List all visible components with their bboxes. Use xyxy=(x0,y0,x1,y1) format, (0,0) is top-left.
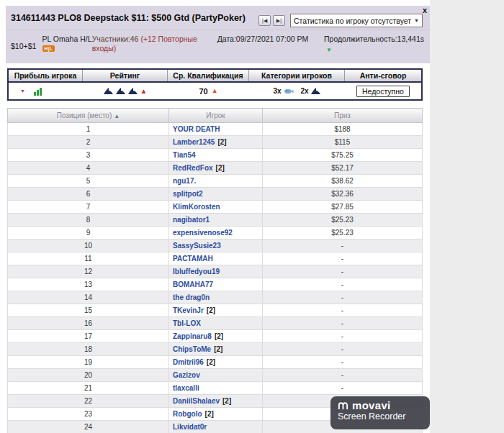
prize-cell: $25.23 xyxy=(263,227,423,240)
player-link[interactable]: KlimKorosten xyxy=(173,203,220,211)
position-cell: 23 xyxy=(8,408,169,421)
player-cell: RedRedFox[2] xyxy=(169,162,263,175)
reentries-count: [2] xyxy=(207,306,215,314)
position-cell: 1 xyxy=(8,123,169,136)
table-row: 15TKevinJr[2]- xyxy=(8,304,423,317)
sort-ascending-icon: ▲ xyxy=(114,113,120,119)
reentries-count: [2] xyxy=(217,138,226,146)
player-link[interactable]: Dmitrii96 xyxy=(173,358,204,366)
anticollusion-cell: Недоступно xyxy=(345,83,421,99)
close-icon[interactable]: x xyxy=(423,6,427,14)
player-link[interactable]: Lamber1245 xyxy=(173,138,215,146)
player-link[interactable]: Likvidat0r xyxy=(173,423,207,431)
position-cell: 14 xyxy=(8,291,169,304)
page-right-gutter xyxy=(430,0,504,433)
buyin-label: $10+$1 xyxy=(11,35,42,56)
player-cell: TbI-LOX xyxy=(169,317,263,330)
player-link[interactable]: RedRedFox xyxy=(173,164,213,172)
table-row: 10SassySusie23- xyxy=(8,240,423,252)
watermark-brand: movavi xyxy=(352,399,391,411)
table-row: 13BOMAHA77- xyxy=(8,278,423,291)
player-link[interactable]: ChipsToMe xyxy=(173,345,211,353)
prize-cell: $115 xyxy=(263,136,423,149)
player-link[interactable]: TKevinJr xyxy=(173,306,204,314)
position-cell: 8 xyxy=(8,214,169,227)
stats-header-qualification: Ср. Квалификация xyxy=(168,70,249,81)
prize-cell: $75.25 xyxy=(263,149,423,162)
table-row: 7KlimKorosten$27.85 xyxy=(8,201,423,214)
player-cell: nagibator1 xyxy=(169,214,263,227)
prize-cell: $52.17 xyxy=(263,162,423,175)
position-cell: 7 xyxy=(8,201,169,214)
player-cell: SassySusie23 xyxy=(169,240,263,252)
player-link[interactable]: nagibator1 xyxy=(173,216,210,224)
player-link[interactable]: TbI-LOX xyxy=(173,319,201,327)
table-row: 5ngu17.$38.62 xyxy=(8,175,423,188)
table-row: 21tlaxcalli- xyxy=(8,382,423,395)
prev-tournament-button[interactable]: |◀ xyxy=(258,15,271,26)
duration-down-arrow-icon: ▼ xyxy=(326,45,424,55)
player-link[interactable]: Zappinaru8 xyxy=(173,332,212,340)
results-table: Позиция (место)▲ Игрок Приз 1YOUR DEATH$… xyxy=(7,108,423,433)
position-cell: 3 xyxy=(8,149,169,162)
prize-cell: - xyxy=(263,317,423,330)
next-tournament-button[interactable]: ▶| xyxy=(273,15,285,26)
table-row: 19Dmitrii96[2]- xyxy=(8,356,423,369)
profit-chart-icon xyxy=(33,87,42,96)
duration-label: Продолжительность:13,441s ▼ xyxy=(324,35,424,56)
reentries-count: [2] xyxy=(205,410,214,418)
prize-cell: $32.36 xyxy=(263,188,423,201)
categories-cell: 3x 2x xyxy=(249,83,345,99)
position-cell: 18 xyxy=(8,343,169,356)
position-cell: 12 xyxy=(8,265,169,278)
table-row: 4RedRedFox[2]$52.17 xyxy=(8,162,423,175)
prize-cell: - xyxy=(263,382,423,395)
position-cell: 11 xyxy=(8,252,169,265)
qualification-cell: 70 ▲ xyxy=(168,83,249,99)
anticollusion-unavailable-button[interactable]: Недоступно xyxy=(356,86,410,97)
player-cell: Gazizov xyxy=(169,369,263,382)
player-cell: Dmitrii96[2] xyxy=(169,356,263,369)
fish-count: 3x xyxy=(273,87,281,95)
table-row: 17Zappinaru8[2]- xyxy=(8,330,423,343)
player-link[interactable]: YOUR DEATH xyxy=(173,125,220,133)
player-link[interactable]: Ibluffedyou19 xyxy=(173,268,220,275)
stats-header-profit: Прибыль игрока xyxy=(9,70,83,81)
player-link[interactable]: splitpot2 xyxy=(173,190,203,198)
player-cell: Zappinaru8[2] xyxy=(169,330,263,343)
reentries-count: [2] xyxy=(222,397,231,405)
prize-cell: $25.23 xyxy=(263,214,423,227)
player-cell: Lamber1245[2] xyxy=(169,136,263,149)
player-link[interactable]: PACTAMAH xyxy=(173,255,213,263)
player-link[interactable]: SassySusie23 xyxy=(173,242,221,250)
participants-count: Участники:46 xyxy=(92,35,141,43)
player-link[interactable]: tlaxcalli xyxy=(173,384,199,392)
chevron-down-icon: ▼ xyxy=(414,18,419,23)
fish-icon xyxy=(284,88,294,95)
reentries-count: [2] xyxy=(215,332,223,340)
position-column-header[interactable]: Позиция (место)▲ xyxy=(8,109,169,123)
player-cell: YOUR DEATH xyxy=(169,123,263,136)
player-link[interactable]: BOMAHA77 xyxy=(173,281,213,288)
player-link[interactable]: DaniilShalaev xyxy=(173,397,220,405)
prize-column-header[interactable]: Приз xyxy=(263,109,423,123)
prize-cell: - xyxy=(263,304,423,317)
player-column-header[interactable]: Игрок xyxy=(169,109,263,123)
player-link[interactable]: Tian54 xyxy=(173,151,196,159)
results-header-row: Позиция (место)▲ Игрок Приз xyxy=(8,109,423,123)
game-label: PL Omaha H/L xyxy=(42,35,92,43)
player-link[interactable]: ngu17. xyxy=(173,177,196,185)
prize-cell: $38.62 xyxy=(263,175,423,188)
rating-cell: ▲ xyxy=(83,83,168,99)
player-link[interactable]: Robgolo xyxy=(173,410,202,418)
player-link[interactable]: Gazizov xyxy=(173,371,200,379)
qualification-up-icon: ▲ xyxy=(212,87,218,94)
stats-header-categories: Категории игроков xyxy=(249,70,345,81)
player-cell: ngu17. xyxy=(169,175,263,188)
player-link[interactable]: the drag0n xyxy=(173,293,210,301)
player-stats-dropdown[interactable]: Статистика по игроку отсутствует ▼ xyxy=(290,14,423,27)
player-cell: the drag0n xyxy=(169,291,263,304)
player-link[interactable]: expensivenose92 xyxy=(173,229,233,237)
position-cell: 10 xyxy=(8,240,169,252)
player-cell: Tian54 xyxy=(169,149,263,162)
